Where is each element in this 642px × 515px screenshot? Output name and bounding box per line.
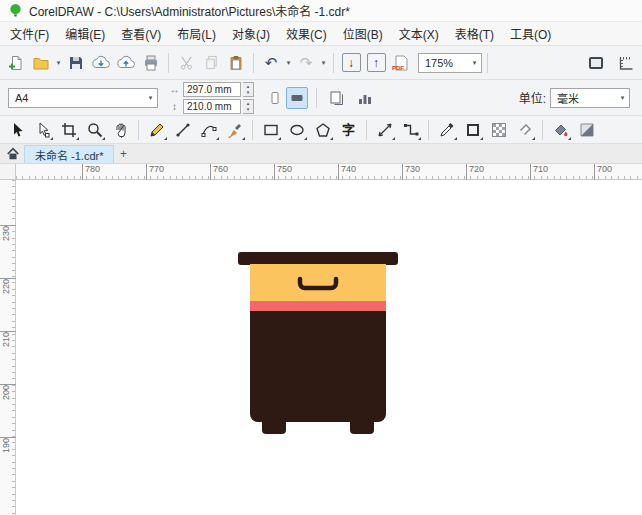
zoom-tool[interactable] — [82, 118, 107, 142]
separator — [366, 120, 367, 140]
open-dropdown[interactable]: ▾ — [54, 59, 63, 67]
open-from-cloud-button[interactable] — [89, 51, 113, 75]
pdf-label: PDF — [392, 65, 404, 71]
connector-tool[interactable] — [398, 118, 423, 142]
units-value: 毫米 — [557, 90, 614, 106]
open-folder-icon — [33, 55, 49, 71]
crop-tool[interactable] — [56, 118, 81, 142]
menu-edit[interactable]: 编辑(E) — [57, 21, 113, 46]
show-rulers-button[interactable] — [614, 51, 638, 75]
transparency-tool[interactable] — [486, 118, 511, 142]
page-preset-value: A4 — [15, 92, 142, 104]
redo-button[interactable]: ↷ — [294, 51, 318, 75]
portrait-button[interactable] — [264, 87, 286, 109]
artistic-media-tool[interactable] — [222, 118, 247, 142]
ruler-origin-corner[interactable] — [0, 164, 16, 180]
undo-dropdown[interactable]: ▾ — [284, 59, 293, 67]
menu-layout[interactable]: 布局(L) — [169, 21, 224, 46]
page-height-field[interactable]: 210.0 mm — [183, 99, 241, 114]
brush-icon — [227, 122, 243, 138]
pick-tool[interactable] — [4, 118, 29, 142]
cut-button[interactable] — [174, 51, 198, 75]
open-button[interactable] — [29, 51, 53, 75]
page-height-spinner[interactable]: ▴▾ — [243, 99, 254, 114]
menu-tools[interactable]: 工具(O) — [502, 21, 559, 46]
standard-toolbar: ▾ ↶ ▾ ↷ ▾ ↓ ↑ PDF 175%▾ — [0, 46, 642, 80]
landscape-button[interactable] — [286, 87, 308, 109]
cabinet-foot-right[interactable] — [350, 422, 374, 434]
shape-icon — [35, 122, 51, 138]
cabinet-lid[interactable] — [238, 252, 398, 265]
vertical-ruler[interactable]: 230220210200190 — [0, 180, 16, 515]
page-width-spinner[interactable]: ▴▾ — [243, 82, 254, 97]
menubar: 文件(F) 编辑(E) 查看(V) 布局(L) 对象(J) 效果(C) 位图(B… — [0, 22, 642, 46]
save-to-cloud-button[interactable] — [114, 51, 138, 75]
units-combobox[interactable]: 毫米▾ — [550, 88, 630, 108]
two-point-line-tool[interactable] — [170, 118, 195, 142]
copy-button[interactable] — [199, 51, 223, 75]
cabinet-body[interactable] — [250, 311, 386, 422]
separator — [542, 120, 543, 140]
page-width-field[interactable]: 297.0 mm — [183, 82, 241, 97]
menu-bitmaps[interactable]: 位图(B) — [335, 21, 391, 46]
export-button[interactable]: ↑ — [364, 51, 388, 75]
import-button[interactable]: ↓ — [339, 51, 363, 75]
ellipse-tool[interactable] — [284, 118, 309, 142]
cabinet-foot-left[interactable] — [262, 422, 286, 434]
pan-tool[interactable] — [108, 118, 133, 142]
horizontal-ruler[interactable]: 780770760750740730720710700 — [16, 164, 642, 180]
separator — [316, 88, 317, 108]
shape-tool[interactable] — [30, 118, 55, 142]
page-dimensions: ↔ 297.0 mm ▴▾ ↕ 210.0 mm ▴▾ — [168, 82, 254, 114]
menu-table[interactable]: 表格(T) — [447, 21, 502, 46]
smart-fill-tool[interactable] — [512, 118, 537, 142]
import-icon: ↓ — [342, 53, 361, 72]
units-dropdown-icon[interactable]: ▾ — [618, 94, 627, 102]
cabinet-accent-stripe[interactable] — [250, 301, 386, 312]
zoom-dropdown-icon[interactable]: ▾ — [470, 59, 479, 67]
cabinet-drawer[interactable] — [250, 264, 386, 301]
publish-to-pdf-button[interactable]: PDF — [389, 51, 413, 75]
outline-tool[interactable] — [460, 118, 485, 142]
h-ruler-label: 710 — [530, 164, 548, 180]
welcome-screen-button[interactable] — [2, 145, 24, 163]
interactive-fill-icon — [579, 122, 595, 138]
cloud-upload-icon — [117, 55, 135, 70]
current-page-button[interactable] — [353, 86, 377, 110]
dimension-tool[interactable] — [372, 118, 397, 142]
menu-view[interactable]: 查看(V) — [113, 21, 169, 46]
menu-effects[interactable]: 效果(C) — [278, 21, 335, 46]
toolbox: 字 — [0, 116, 642, 144]
new-document-button[interactable] — [4, 51, 28, 75]
h-ruler-label: 750 — [274, 164, 292, 180]
full-screen-preview-button[interactable] — [584, 51, 608, 75]
menu-object[interactable]: 对象(J) — [224, 21, 278, 46]
paste-button[interactable] — [224, 51, 248, 75]
zoom-level-combobox[interactable]: 175%▾ — [418, 53, 482, 73]
color-eyedropper-tool[interactable] — [434, 118, 459, 142]
preset-dropdown-icon[interactable]: ▾ — [146, 94, 155, 102]
freehand-tool[interactable] — [144, 118, 169, 142]
pick-icon — [9, 122, 25, 138]
save-button[interactable] — [64, 51, 88, 75]
canvas[interactable] — [16, 180, 642, 515]
print-button[interactable] — [139, 51, 163, 75]
document-tab-active[interactable]: 未命名 -1.cdr* — [24, 145, 114, 163]
rectangle-tool[interactable] — [258, 118, 283, 142]
paste-icon — [228, 55, 244, 71]
redo-dropdown[interactable]: ▾ — [319, 59, 328, 67]
new-tab-button[interactable]: + — [114, 145, 132, 163]
page-size-preset-combobox[interactable]: A4▾ — [8, 88, 158, 108]
rulers-icon — [618, 55, 634, 71]
menu-file[interactable]: 文件(F) — [2, 21, 57, 46]
interactive-fill-tool[interactable] — [574, 118, 599, 142]
text-tool[interactable]: 字 — [336, 118, 361, 142]
fill-tool[interactable] — [548, 118, 573, 142]
cabinet-drawing[interactable] — [238, 252, 398, 434]
bezier-tool[interactable] — [196, 118, 221, 142]
polygon-tool[interactable] — [310, 118, 335, 142]
undo-button[interactable]: ↶ — [259, 51, 283, 75]
workspace: 780770760750740730720710700 230220210200… — [0, 164, 642, 515]
menu-text[interactable]: 文本(X) — [391, 21, 447, 46]
all-pages-button[interactable] — [325, 86, 349, 110]
